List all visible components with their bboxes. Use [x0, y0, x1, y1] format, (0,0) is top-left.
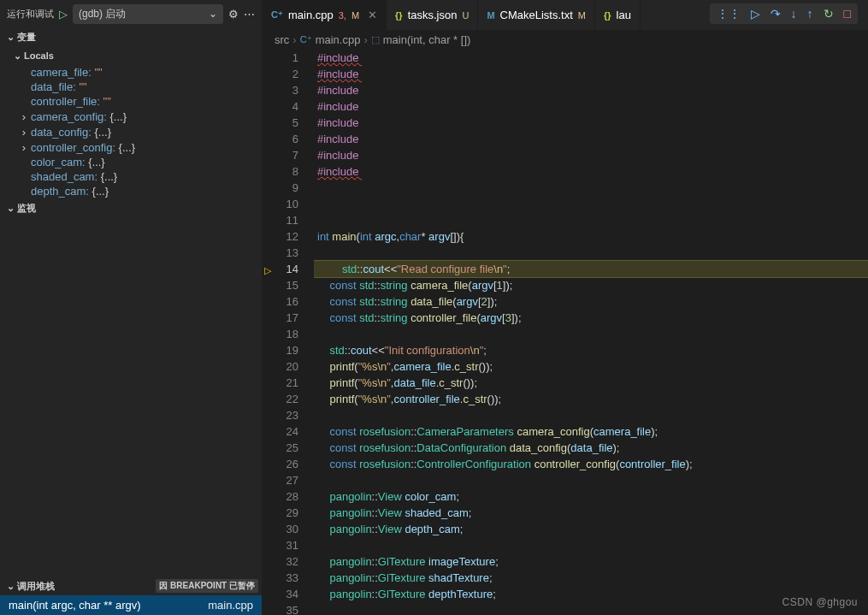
- code-line[interactable]: #include: [314, 163, 868, 180]
- line-number[interactable]: 5: [263, 115, 314, 131]
- line-number[interactable]: 35: [263, 602, 314, 615]
- gear-icon[interactable]: ⚙: [228, 8, 239, 21]
- code-line[interactable]: const std::string camera_file(argv[1]);: [314, 277, 868, 293]
- code-line[interactable]: [314, 472, 868, 488]
- code-line[interactable]: int main(int argc,char* argv[]){: [314, 228, 868, 245]
- line-gutter[interactable]: 12345678910111213▷1415161718192021222324…: [263, 50, 314, 615]
- code-line[interactable]: #include: [314, 147, 868, 163]
- code-line[interactable]: pangolin::GlTexture shadTexture;: [314, 570, 868, 586]
- code-line[interactable]: [314, 180, 868, 196]
- line-number[interactable]: 17: [263, 310, 314, 326]
- start-debug-icon[interactable]: ▷: [59, 8, 68, 21]
- line-number[interactable]: 34: [263, 586, 314, 602]
- code-line[interactable]: #include: [314, 82, 868, 98]
- line-number[interactable]: 4: [263, 98, 314, 115]
- line-number[interactable]: 10: [263, 196, 314, 212]
- more-icon[interactable]: ⋯: [244, 8, 255, 21]
- continue-icon[interactable]: ▷: [751, 7, 760, 21]
- tab-tasks-json[interactable]: {}tasks.jsonU: [387, 0, 478, 30]
- launch-config-select[interactable]: (gdb) 启动 ⌄: [73, 4, 223, 24]
- line-number[interactable]: 20: [263, 358, 314, 375]
- line-number[interactable]: 12: [263, 228, 314, 245]
- line-number[interactable]: 25: [263, 440, 314, 456]
- line-number[interactable]: 30: [263, 521, 314, 537]
- line-number[interactable]: 8: [263, 163, 314, 180]
- code-line[interactable]: [314, 245, 868, 261]
- code-line[interactable]: [314, 537, 868, 553]
- line-number[interactable]: 18: [263, 326, 314, 342]
- tab-main-cpp[interactable]: C⁺main.cpp3,M✕: [263, 0, 387, 30]
- line-number[interactable]: 31: [263, 537, 314, 553]
- code-line[interactable]: const rosefusion::DataConfiguration data…: [314, 440, 868, 456]
- variable-row[interactable]: ›controller_config: {...}: [0, 139, 262, 155]
- line-number[interactable]: 1: [263, 50, 314, 66]
- line-number[interactable]: 33: [263, 570, 314, 586]
- variable-row[interactable]: depth_cam: {...}: [0, 184, 262, 198]
- code-line[interactable]: pangolin::View shaded_cam;: [314, 505, 868, 521]
- step-over-icon[interactable]: ↷: [771, 7, 781, 21]
- code-line[interactable]: const rosefusion::ControllerConfiguratio…: [314, 456, 868, 472]
- line-number[interactable]: 21: [263, 375, 314, 391]
- line-number[interactable]: 7: [263, 147, 314, 163]
- line-number[interactable]: 2: [263, 66, 314, 82]
- line-number[interactable]: ▷14: [263, 261, 314, 277]
- code-line[interactable]: const std::string controller_file(argv[3…: [314, 310, 868, 326]
- code-line[interactable]: std::cout<<"Read configure file\n";: [314, 261, 868, 277]
- code-content[interactable]: #include #include #include #include #inc…: [314, 50, 868, 615]
- code-line[interactable]: #include: [314, 50, 868, 66]
- stop-icon[interactable]: □: [844, 7, 851, 21]
- code-line[interactable]: const rosefusion::CameraParameters camer…: [314, 423, 868, 440]
- line-number[interactable]: 16: [263, 293, 314, 310]
- code-line[interactable]: #include: [314, 115, 868, 131]
- code-line[interactable]: pangolin::GlTexture imageTexture;: [314, 553, 868, 570]
- line-number[interactable]: 29: [263, 505, 314, 521]
- line-number[interactable]: 27: [263, 472, 314, 488]
- variable-row[interactable]: camera_file: "": [0, 65, 262, 80]
- code-line[interactable]: const std::string data_file(argv[2]);: [314, 293, 868, 310]
- line-number[interactable]: 11: [263, 212, 314, 228]
- code-line[interactable]: [314, 212, 868, 228]
- variables-section-header[interactable]: ⌄ 变量: [0, 27, 262, 46]
- locals-header[interactable]: ⌄ Locals: [0, 46, 262, 65]
- code-line[interactable]: printf("%s\n",data_file.c_str());: [314, 375, 868, 391]
- code-line[interactable]: #include: [314, 131, 868, 147]
- code-line[interactable]: pangolin::View color_cam;: [314, 488, 868, 505]
- code-line[interactable]: [314, 326, 868, 342]
- variable-row[interactable]: shaded_cam: {...}: [0, 169, 262, 184]
- line-number[interactable]: 26: [263, 456, 314, 472]
- tab-lau[interactable]: {}lau: [595, 0, 641, 30]
- restart-icon[interactable]: ↻: [824, 7, 834, 21]
- line-number[interactable]: 6: [263, 131, 314, 147]
- line-number[interactable]: 22: [263, 391, 314, 407]
- line-number[interactable]: 24: [263, 423, 314, 440]
- code-line[interactable]: #include: [314, 98, 868, 115]
- line-number[interactable]: 19: [263, 342, 314, 358]
- code-line[interactable]: printf("%s\n",camera_file.c_str());: [314, 358, 868, 375]
- variable-row[interactable]: data_file: "": [0, 80, 262, 94]
- code-line[interactable]: pangolin::View depth_cam;: [314, 521, 868, 537]
- drag-handle-icon[interactable]: ⋮⋮: [717, 7, 741, 21]
- line-number[interactable]: 9: [263, 180, 314, 196]
- callstack-frame[interactable]: main(int argc, char ** argv) main.cpp: [0, 595, 262, 615]
- line-number[interactable]: 32: [263, 553, 314, 570]
- line-number[interactable]: 28: [263, 488, 314, 505]
- code-line[interactable]: std::cout<<"Init configuration\n";: [314, 342, 868, 358]
- variable-row[interactable]: color_cam: {...}: [0, 155, 262, 169]
- line-number[interactable]: 15: [263, 277, 314, 293]
- code-editor[interactable]: 12345678910111213▷1415161718192021222324…: [263, 50, 868, 615]
- watch-section-header[interactable]: ⌄ 监视: [0, 198, 262, 217]
- step-into-icon[interactable]: ↓: [791, 7, 797, 21]
- close-icon[interactable]: ✕: [368, 9, 377, 21]
- variable-row[interactable]: controller_file: "": [0, 94, 262, 109]
- variable-row[interactable]: ›camera_config: {...}: [0, 109, 262, 124]
- line-number[interactable]: 3: [263, 82, 314, 98]
- code-line[interactable]: [314, 196, 868, 212]
- line-number[interactable]: 13: [263, 245, 314, 261]
- code-line[interactable]: #include: [314, 66, 868, 82]
- variable-row[interactable]: ›data_config: {...}: [0, 124, 262, 139]
- code-line[interactable]: [314, 407, 868, 423]
- step-out-icon[interactable]: ↑: [807, 7, 813, 21]
- callstack-section-header[interactable]: ⌄ 调用堆栈 因 BREAKPOINT 已暂停: [0, 577, 262, 595]
- tab-cmakelists-txt[interactable]: MCMakeLists.txtM: [478, 0, 595, 30]
- code-line[interactable]: printf("%s\n",controller_file.c_str());: [314, 391, 868, 407]
